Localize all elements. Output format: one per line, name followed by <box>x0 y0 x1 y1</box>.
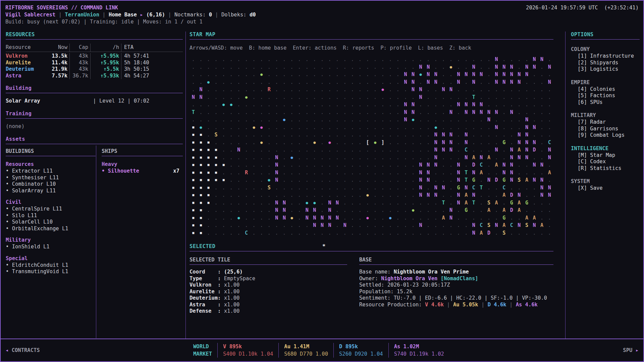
map-cell[interactable]: . <box>417 78 425 86</box>
map-cell[interactable]: ■ <box>190 176 197 184</box>
map-cell[interactable]: . <box>409 161 417 169</box>
map-cell[interactable]: A <box>516 199 523 207</box>
map-cell[interactable]: . <box>516 184 523 192</box>
map-cell[interactable]: . <box>386 229 394 237</box>
map-cell[interactable]: . <box>546 161 553 169</box>
map-cell[interactable]: N <box>432 139 440 146</box>
map-cell[interactable]: . <box>318 86 326 94</box>
map-cell[interactable]: . <box>356 131 364 139</box>
map-cell[interactable]: . <box>516 169 523 177</box>
map-cell[interactable]: . <box>303 109 311 116</box>
map-cell[interactable]: . <box>341 161 349 169</box>
map-cell[interactable]: . <box>402 161 410 169</box>
map-cell[interactable]: ■ <box>197 199 205 207</box>
map-cell[interactable]: . <box>364 71 372 78</box>
map-cell[interactable]: . <box>205 56 212 63</box>
map-cell[interactable]: . <box>500 101 508 109</box>
map-cell[interactable]: . <box>296 222 303 229</box>
map-cell[interactable]: . <box>220 109 227 116</box>
map-cell[interactable]: N <box>546 78 553 86</box>
map-cell[interactable]: G <box>462 206 470 214</box>
map-cell[interactable]: . <box>348 154 356 162</box>
map-cell[interactable]: . <box>432 214 440 222</box>
map-cell[interactable]: . <box>478 56 485 63</box>
map-cell[interactable]: . <box>386 146 394 154</box>
map-cell[interactable]: . <box>303 161 311 169</box>
map-cell[interactable]: N <box>455 71 463 78</box>
map-cell[interactable]: N <box>417 222 425 229</box>
map-cell[interactable]: . <box>220 154 227 162</box>
map-cell[interactable]: . <box>478 86 485 94</box>
map-cell[interactable]: . <box>500 94 508 101</box>
map-cell[interactable]: N <box>478 154 485 162</box>
map-cell[interactable]: N <box>417 184 425 192</box>
map-cell[interactable]: . <box>288 176 296 184</box>
map-cell[interactable]: . <box>265 199 273 207</box>
map-cell[interactable]: . <box>371 101 379 109</box>
map-cell[interactable]: N <box>531 161 538 169</box>
map-cell[interactable]: . <box>333 154 341 162</box>
map-cell[interactable]: S <box>500 229 508 237</box>
map-cell[interactable]: . <box>508 229 516 237</box>
map-cell[interactable]: . <box>470 214 478 222</box>
map-cell[interactable]: . <box>546 94 553 101</box>
map-cell[interactable]: A <box>462 199 470 207</box>
map-cell[interactable]: . <box>288 124 296 131</box>
map-cell[interactable]: . <box>288 139 296 146</box>
map-cell[interactable]: . <box>258 176 265 184</box>
map-cell[interactable]: . <box>394 124 402 131</box>
map-cell[interactable]: . <box>478 94 485 101</box>
map-cell[interactable]: . <box>394 86 402 94</box>
map-cell[interactable]: . <box>386 94 394 101</box>
map-cell[interactable]: . <box>348 229 356 237</box>
map-cell[interactable]: N <box>197 94 205 101</box>
map-cell[interactable]: N <box>462 184 470 192</box>
map-cell[interactable]: . <box>417 124 425 131</box>
map-cell[interactable]: . <box>432 86 440 94</box>
map-cell[interactable]: . <box>333 222 341 229</box>
map-cell[interactable]: . <box>205 101 212 109</box>
map-cell[interactable]: . <box>311 86 319 94</box>
map-cell[interactable]: . <box>379 56 387 63</box>
map-cell[interactable]: . <box>455 154 463 162</box>
map-cell[interactable]: . <box>409 176 417 184</box>
map-cell[interactable]: N <box>341 222 349 229</box>
map-cell[interactable]: . <box>348 71 356 78</box>
map-cell[interactable]: . <box>243 191 250 199</box>
map-cell[interactable]: N <box>531 56 538 63</box>
map-cell[interactable]: ■ <box>197 146 205 154</box>
map-cell[interactable]: . <box>424 116 432 124</box>
map-cell[interactable]: . <box>500 56 508 63</box>
map-cell[interactable]: . <box>311 94 319 101</box>
map-cell[interactable]: . <box>356 199 364 207</box>
map-cell[interactable]: . <box>303 71 311 78</box>
map-cell[interactable]: . <box>455 229 463 237</box>
map-cell[interactable]: . <box>508 86 516 94</box>
map-cell[interactable]: N <box>455 101 463 109</box>
map-cell[interactable]: . <box>356 101 364 109</box>
map-cell[interactable]: . <box>258 199 265 207</box>
map-cell[interactable]: . <box>243 206 250 214</box>
map-cell[interactable]: . <box>273 109 281 116</box>
map-cell[interactable]: . <box>235 94 243 101</box>
map-cell[interactable]: . <box>288 116 296 124</box>
map-cell[interactable]: . <box>333 56 341 63</box>
map-cell[interactable]: . <box>364 229 372 237</box>
map-cell[interactable]: . <box>333 139 341 146</box>
map-cell[interactable]: ● <box>235 214 243 222</box>
map-cell[interactable]: . <box>348 184 356 192</box>
map-cell[interactable]: ■ <box>190 184 197 192</box>
map-cell[interactable]: G <box>500 214 508 222</box>
map-cell[interactable]: . <box>288 206 296 214</box>
map-cell[interactable]: N <box>516 154 523 162</box>
map-cell[interactable]: . <box>470 206 478 214</box>
map-cell[interactable]: N <box>432 184 440 192</box>
map-cell[interactable]: A <box>462 191 470 199</box>
map-cell[interactable]: . <box>485 214 493 222</box>
map-cell[interactable]: . <box>462 63 470 71</box>
map-cell[interactable]: . <box>447 124 455 131</box>
map-cell[interactable]: . <box>311 116 319 124</box>
map-cell[interactable]: . <box>303 191 311 199</box>
map-cell[interactable]: . <box>341 139 349 146</box>
map-cell[interactable]: . <box>447 161 455 169</box>
